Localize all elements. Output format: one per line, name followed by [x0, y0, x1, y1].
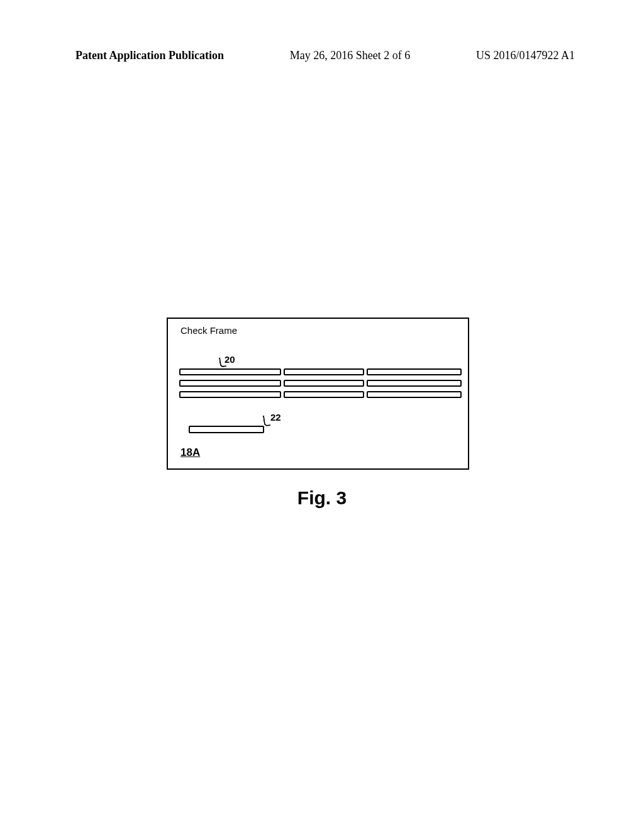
grid-table	[179, 368, 462, 402]
grid-cell	[284, 368, 364, 375]
grid-cell	[367, 368, 462, 375]
grid-cell	[179, 368, 281, 375]
small-element-box	[189, 426, 264, 433]
reference-label-22: 22	[270, 412, 281, 423]
grid-cell	[367, 391, 462, 398]
grid-cell	[179, 380, 281, 387]
grid-cell	[284, 380, 364, 387]
grid-cell	[284, 391, 364, 398]
reference-label-20: 20	[225, 354, 235, 365]
grid-cell	[179, 391, 281, 398]
box-title: Check Frame	[180, 325, 237, 336]
reference-label-18a: 18A	[180, 446, 200, 459]
figure-caption: Fig. 3	[0, 487, 644, 509]
table-row	[179, 380, 462, 387]
header-left: Patent Application Publication	[75, 49, 224, 62]
grid-cell	[367, 380, 462, 387]
header-right: US 2016/0147922 A1	[476, 49, 575, 62]
figure-frame: Check Frame 20 22 18A	[167, 318, 469, 470]
page-header: Patent Application Publication May 26, 2…	[0, 49, 644, 62]
leader-line-22	[263, 414, 270, 426]
table-row	[179, 391, 462, 398]
header-center: May 26, 2016 Sheet 2 of 6	[290, 49, 410, 62]
table-row	[179, 368, 462, 375]
